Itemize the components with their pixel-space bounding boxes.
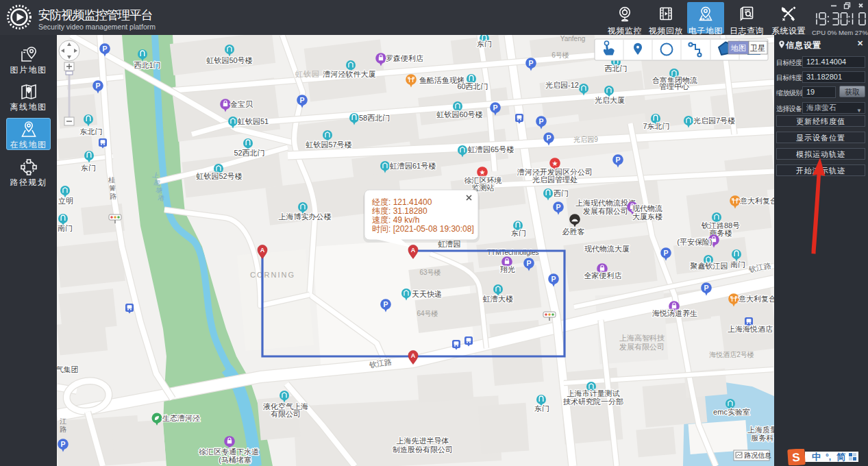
svg-text:气集团: 气集团 [57,365,79,373]
svg-text:光启园管理处: 光启园管理处 [532,175,578,184]
svg-text:制造股份有限公司: 制造股份有限公司 [393,445,453,454]
svg-text:光启大厦: 光启大厦 [595,96,625,104]
svg-text:生态漕河泾: 生态漕河泾 [162,414,200,422]
svg-text:经度: 121.41400: 经度: 121.41400 [372,197,432,207]
svg-text:光启园7号楼: 光启园7号楼 [693,116,735,125]
svg-text:P: P [704,284,708,292]
svg-text:速度: 49 kv/h: 速度: 49 kv/h [372,215,419,225]
svg-text:东北门: 东北门 [80,127,103,136]
svg-text:意大利复合餐: 意大利复合餐 [740,197,774,205]
svg-text:服务科: 服务科 [752,434,774,442]
svg-text:虹漕园61号楼: 虹漕园61号楼 [390,162,436,170]
svg-text:漕河泾软件大厦: 漕河泾软件大厦 [323,70,376,78]
svg-text:上海现代物流投资: 上海现代物流投资 [575,199,636,207]
svg-text:卫星: 卫星 [749,44,765,52]
svg-text:罗森便利店: 罗森便利店 [386,54,423,62]
svg-text:现代物流: 现代物流 [632,204,662,212]
svg-text:发展有限公司: 发展有限公司 [583,207,628,215]
svg-text:S: S [792,451,801,465]
svg-text:东门: 东门 [534,404,549,413]
svg-text:必胜客: 必胜客 [562,228,585,236]
svg-text:东门: 东门 [477,40,492,48]
svg-text:时间: [2021-05-08 19:30:08]: 时间: [2021-05-08 19:30:08] [372,224,474,234]
svg-text:纬度: 31.18280: 纬度: 31.18280 [372,206,427,216]
svg-text:路: 路 [60,426,66,433]
svg-text:P: P [60,440,65,448]
svg-text:立明: 立明 [58,197,73,205]
svg-text:60西北门: 60西北门 [457,82,488,90]
svg-text:简: 简 [836,452,846,462]
svg-text:桂: 桂 [108,176,115,184]
svg-text:64号楼: 64号楼 [417,310,438,317]
svg-text:管理中心: 管理中心 [659,82,689,90]
svg-text:翔光: 翔光 [500,265,515,273]
svg-text:P: P [493,103,497,112]
svg-text:P: P [556,203,560,211]
svg-text:东门: 东门 [81,164,96,172]
svg-text:虹钦园57号楼: 虹钦园57号楼 [306,140,351,149]
svg-text:发展有限公司: 发展有限公司 [619,343,665,351]
svg-text:中: 中 [812,452,821,462]
svg-text:虹钦园60号楼: 虹钦园60号楼 [436,110,482,119]
svg-text:A: A [260,247,265,254]
svg-text:P: P [95,82,100,90]
svg-text:Yanfeng: Yanfeng [560,35,586,42]
svg-text:上海市计量测试: 上海市计量测试 [567,389,620,397]
svg-text:江: 江 [60,417,66,425]
svg-text:P: P [551,275,556,283]
svg-text:P: P [102,45,107,53]
svg-text:西门: 西门 [554,189,569,197]
svg-text:★: ★ [552,160,558,167]
svg-text:上海海悦酒店: 上海海悦酒店 [728,325,773,333]
svg-text:P: P [615,156,620,164]
svg-text:南门: 南门 [58,224,73,232]
svg-text:南门: 南门 [730,260,745,269]
svg-text:°,: °, [826,452,831,462]
svg-text:箐: 箐 [109,184,116,192]
svg-text:上海先进半导体: 上海先进半导体 [397,437,449,445]
svg-text:7东北门: 7东北门 [643,122,669,130]
svg-text:A: A [411,352,416,359]
svg-text:虹钦园51: 虹钦园51 [238,117,269,125]
svg-text:意大利复合餐: 意大利复合餐 [739,295,774,303]
svg-text:海悦酒店2号楼: 海悦酒店2号楼 [709,351,754,358]
svg-text:上海质量: 上海质量 [747,426,774,434]
svg-text:P: P [383,300,388,308]
svg-text:P: P [528,59,533,67]
svg-text:6号楼: 6号楼 [551,51,569,59]
svg-text:上海博实办公楼: 上海博实办公楼 [279,212,332,221]
svg-text:emc实验室: emc实验室 [713,408,750,416]
svg-text:P: P [546,134,551,142]
svg-text:技术研究院一分部: 技术研究院一分部 [563,397,623,406]
svg-text:P: P [663,249,668,257]
svg-text:虹钦园: 虹钦园 [295,70,320,78]
svg-text:虹漕大楼: 虹漕大楼 [483,295,513,303]
svg-text:天天快递: 天天快递 [412,290,442,298]
svg-text:有限公司: 有限公司 [271,410,301,418]
svg-text:★: ★ [480,169,486,176]
svg-text:东门: 东门 [511,229,526,237]
svg-text:虹钦园52号楼: 虹钦园52号楼 [196,172,242,180]
svg-text:西北1门: 西北1门 [134,61,160,69]
svg-text:52西北门: 52西北门 [234,149,264,157]
svg-text:虹钦园50号楼: 虹钦园50号楼 [206,56,252,64]
svg-text:金宝贝: 金宝贝 [230,100,253,108]
svg-text:上海高智科技: 上海高智科技 [619,334,665,342]
svg-text:大厦东楼: 大厦东楼 [632,212,662,221]
svg-text:P: P [526,259,531,267]
svg-text:全家便利店: 全家便利店 [584,271,622,280]
svg-text:58西北门: 58西北门 [359,114,390,122]
svg-text:地图: 地图 [730,44,746,52]
svg-text:路况信息: 路况信息 [744,452,771,459]
svg-text:虹漕园65号楼: 虹漕园65号楼 [468,145,514,154]
svg-text:(平安保险): (平安保险) [677,238,712,246]
svg-text:63号楼: 63号楼 [419,269,441,276]
svg-text:P: P [299,96,304,104]
svg-text:路: 路 [110,193,116,200]
svg-text:西北门: 西北门 [605,64,628,73]
svg-text:(马桶堵塞: (马桶堵塞 [219,456,251,464]
svg-text:光启园9: 光启园9 [573,136,598,143]
svg-text:光启园-12: 光启园-12 [545,81,579,89]
svg-text:CORNING: CORNING [250,271,295,279]
svg-text:A: A [411,247,416,254]
